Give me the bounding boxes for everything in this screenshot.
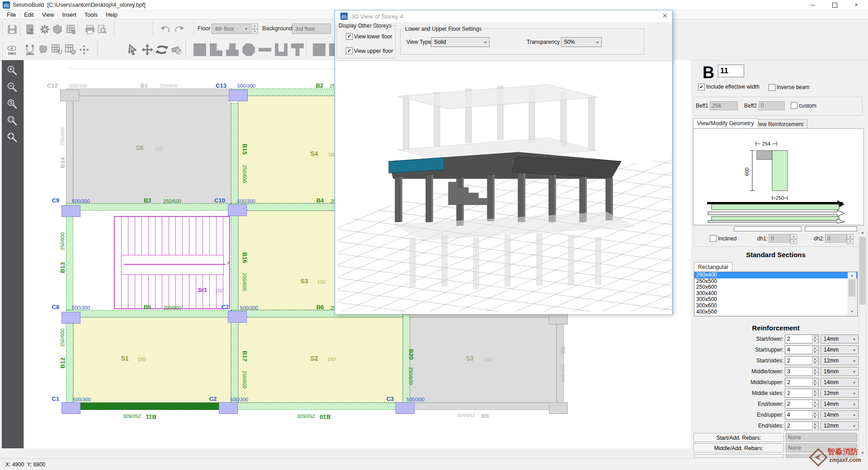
view-upper-floor-checkbox[interactable]: ✓	[346, 47, 353, 54]
rebar-count-input[interactable]: 2▲▼	[785, 389, 819, 398]
rebar-size-select[interactable]: 16mm▾	[821, 367, 859, 376]
plan-column-C2[interactable]	[219, 402, 238, 414]
plan-column-C10[interactable]	[228, 204, 247, 216]
menu-help[interactable]: Help	[102, 11, 122, 19]
rebar-size-select[interactable]: 14mm▾	[821, 345, 859, 354]
plan-column-x[interactable]	[549, 402, 568, 414]
custom-checkbox[interactable]	[791, 102, 797, 109]
section-list-item[interactable]: 250x400	[694, 272, 857, 278]
beff2-input[interactable]: 0	[759, 101, 785, 110]
plan-slab-S6[interactable]	[73, 96, 231, 203]
scroll-down-icon[interactable]: ▼	[848, 310, 856, 314]
plan-stair-St1[interactable]	[114, 216, 230, 309]
plan-beam-B17[interactable]	[231, 319, 238, 403]
minimize-button[interactable]	[803, 0, 823, 10]
start-add-rebars-button[interactable]: Start/Add. Rebars:	[693, 433, 784, 442]
plan-beam-B16[interactable]	[231, 212, 238, 310]
scrollbar-thumb[interactable]	[849, 279, 855, 296]
l-column-button[interactable]	[208, 42, 224, 58]
panel-scrollbar[interactable]: ▲ ▼	[859, 229, 867, 457]
menu-edit[interactable]: Edit	[20, 11, 38, 19]
background-select[interactable]: 3rd floor	[292, 24, 331, 34]
section-list-item[interactable]: 300x500	[694, 296, 857, 303]
plan-beam-B10[interactable]	[231, 403, 403, 410]
print-preview-button[interactable]	[94, 22, 109, 37]
plan-beam-B8[interactable]	[557, 314, 564, 403]
circular-column-button[interactable]	[241, 42, 257, 58]
clipped-add-rebar-button[interactable]	[693, 454, 784, 458]
plan-beam-B12[interactable]	[66, 319, 73, 403]
rebar-size-select[interactable]: 12mm▾	[821, 421, 859, 430]
section-list-item[interactable]: 300x600	[694, 303, 857, 309]
rebar-count-input[interactable]: 2▲▼	[785, 400, 819, 409]
middle-add-rebars-button[interactable]: Middle/Add. Rebars:	[693, 443, 784, 452]
rebar-count-input[interactable]: 4▲▼	[785, 410, 819, 419]
wall-button[interactable]	[257, 42, 273, 58]
rect-column-button[interactable]	[192, 42, 208, 58]
view-dwg-button[interactable]: DWG	[4, 42, 20, 58]
dh1-stepper[interactable]: ▴▾	[790, 234, 797, 243]
view-type-select[interactable]: Solid▾	[431, 37, 490, 47]
dh2-input[interactable]: 0	[825, 234, 847, 243]
plan-column-C13[interactable]	[229, 89, 248, 101]
beam-number-input[interactable]: 11	[718, 65, 744, 77]
sections-list-scrollbar[interactable]: ▲ ▼	[848, 272, 856, 315]
tab-view-reinforcement[interactable]: View Reinforcement	[751, 119, 807, 129]
rebar-size-select[interactable]: 14mm▾	[821, 334, 859, 343]
rotate-tool-button[interactable]	[154, 42, 170, 58]
rebar-size-select[interactable]: 14mm▾	[821, 410, 859, 419]
zoom-in-button[interactable]	[5, 64, 20, 78]
section-list-item[interactable]: 300x400	[694, 291, 857, 297]
plan-column-C12[interactable]	[60, 89, 79, 101]
rebar-size-select[interactable]: 14mm▾	[821, 378, 859, 387]
section-materials-button[interactable]	[50, 22, 65, 37]
dialog-title-bar[interactable]: 3D View of Storey 4 ✕	[335, 10, 672, 22]
plan-beam-B1[interactable]	[66, 89, 231, 96]
plan-slab-S2[interactable]	[238, 317, 403, 403]
menu-insert[interactable]: Insert	[58, 11, 80, 19]
close-button[interactable]: ×	[846, 0, 866, 10]
export-dwg-button[interactable]: DWG	[23, 22, 38, 37]
inverse-beam-checkbox[interactable]	[769, 84, 775, 91]
zoom-window-button[interactable]	[5, 114, 20, 128]
t-beam-button[interactable]	[289, 42, 306, 58]
plan-slab-S1[interactable]	[73, 317, 231, 403]
plan-beam-B9[interactable]	[403, 403, 557, 410]
plan-column-C8[interactable]	[61, 312, 80, 324]
view-lower-floor-checkbox[interactable]: ✓	[346, 33, 353, 40]
zoom-extents-button[interactable]	[5, 131, 20, 145]
transparency-select[interactable]: 50%▾	[561, 37, 602, 47]
plan-beam-B11[interactable]	[66, 403, 231, 410]
scrollbar-thumb[interactable]	[859, 237, 866, 305]
rebar-count-input[interactable]: 2▲▼	[785, 421, 819, 430]
zoom-out-button[interactable]	[5, 80, 20, 95]
section-list-item[interactable]: 400x500	[694, 309, 857, 315]
plan-beam-B5[interactable]	[66, 310, 231, 317]
3d-viewport[interactable]	[335, 61, 672, 314]
redo-button[interactable]	[172, 22, 187, 37]
rebar-count-input[interactable]: 3▲▼	[785, 367, 819, 376]
3d-view-dialog[interactable]: 3D View of Storey 4 ✕ Display Other Stor…	[335, 10, 673, 314]
dh1-input[interactable]: 0	[769, 234, 790, 243]
tab-rectangular[interactable]: Rectangular	[694, 262, 732, 272]
menu-file[interactable]: File	[3, 11, 20, 19]
dialog-close-icon[interactable]: ✕	[662, 12, 668, 20]
floor-select[interactable]: 4th floor▾	[212, 24, 250, 34]
u-column-button[interactable]	[273, 42, 289, 58]
plan-column-C1[interactable]	[61, 402, 80, 414]
tab-view-modify-geometry[interactable]: View/Modify Geometry	[693, 118, 758, 128]
plan-beam-B3[interactable]	[66, 203, 231, 211]
plan-beam-B15[interactable]	[231, 103, 238, 203]
rect-column-2-button[interactable]	[311, 42, 327, 58]
rebar-size-select[interactable]: 12mm▾	[821, 356, 859, 365]
maximize-button[interactable]	[825, 0, 844, 10]
include-effective-width-checkbox[interactable]: ✓	[698, 84, 705, 90]
rebar-count-input[interactable]: 2▲▼	[785, 356, 819, 365]
plan-column-C7[interactable]	[228, 311, 247, 323]
inclined-checkbox[interactable]	[710, 235, 717, 242]
plan-column-C9[interactable]	[61, 205, 80, 217]
save-button[interactable]	[5, 22, 20, 37]
align-button[interactable]	[76, 42, 92, 58]
rebar-count-input[interactable]: 2▲▼	[785, 334, 819, 343]
rebar-size-select[interactable]: 14mm▾	[821, 400, 859, 409]
